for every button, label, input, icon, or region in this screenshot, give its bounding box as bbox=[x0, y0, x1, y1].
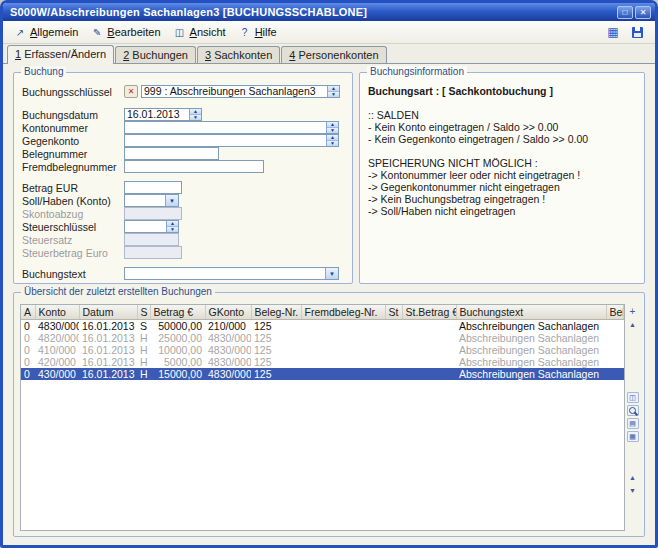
col-header-konto[interactable]: Konto bbox=[35, 305, 79, 319]
cell-betrag: 15000,00 bbox=[150, 368, 205, 380]
kontonummer-combo[interactable]: ▲▼ bbox=[124, 121, 339, 134]
cell-beleg2 bbox=[606, 344, 624, 356]
maximize-button[interactable]: □ bbox=[617, 6, 633, 19]
spinner[interactable]: ▲▼ bbox=[189, 109, 201, 120]
cell-datum: 16.01.2013 bbox=[79, 319, 137, 332]
tab-personenkonten[interactable]: 4 Personenkonten bbox=[281, 46, 386, 63]
menu-allgemein[interactable]: ↗ Allgemein bbox=[9, 24, 86, 40]
tab-strip: 1 Erfassen/Ändern 2 Buchungen 3 Sachkont… bbox=[3, 44, 655, 64]
info-line: -> Kontonummer leer oder nicht eingetrag… bbox=[368, 169, 636, 181]
cell-beleg: 125 bbox=[251, 344, 301, 356]
scroll-up-icon[interactable]: ▲ bbox=[627, 472, 639, 483]
col-header-gkonto[interactable]: GKonto bbox=[205, 305, 251, 319]
tab-sachkonten[interactable]: 3 Sachkonten bbox=[197, 46, 280, 63]
cell-stbetrag bbox=[402, 344, 456, 356]
cell-st bbox=[385, 356, 402, 368]
buchungsschluessel-combo[interactable]: 999 : Abschreibungen Sachanlagen3 ▲▼ bbox=[141, 85, 340, 98]
clear-icon[interactable]: ✕ bbox=[124, 85, 138, 98]
tab-erfassen-aendern[interactable]: 1 Erfassen/Ändern bbox=[7, 45, 114, 64]
cell-s: S bbox=[137, 319, 150, 332]
table-row[interactable]: 0420/00016.01.2013H5000,004830/000125Abs… bbox=[21, 356, 624, 368]
cell-text: Abschreibungen Sachanlagen bbox=[456, 344, 606, 356]
menu-bearbeiten[interactable]: ✎ Bearbeiten bbox=[86, 24, 168, 40]
col-header-st[interactable]: St bbox=[385, 305, 402, 319]
buchungstext-combo[interactable]: ▼ bbox=[124, 267, 339, 280]
table-row[interactable]: 0410/00016.01.2013H10000,004830/000125Ab… bbox=[21, 344, 624, 356]
bookings-group-title: Übersicht der zuletzt erstellten Buchung… bbox=[21, 286, 215, 297]
col-header-s[interactable]: S bbox=[137, 305, 150, 319]
info-line: Buchungsart : [ Sachkontobuchung ] bbox=[368, 85, 636, 97]
field-row-gegenkonto: Gegenkonto ▲▼ bbox=[22, 134, 344, 147]
table-row[interactable]: 0430/00016.01.2013H15000,004830/000125Ab… bbox=[21, 368, 624, 380]
field-row-buchungsdatum: Buchungsdatum 16.01.2013 ▲▼ bbox=[22, 108, 344, 121]
belegnummer-input[interactable] bbox=[124, 147, 219, 160]
col-header-buchungstext[interactable]: Buchungstext bbox=[456, 305, 606, 319]
menu-hilfe[interactable]: ? Hilfe bbox=[234, 24, 285, 40]
move-up-icon[interactable]: ▲ bbox=[627, 319, 639, 330]
col-header-st-betrag[interactable]: St.Betrag € bbox=[402, 305, 456, 319]
cell-gkonto: 210/000 bbox=[205, 319, 251, 332]
save-button[interactable] bbox=[629, 25, 645, 40]
gegenkonto-combo[interactable]: ▲▼ bbox=[124, 134, 339, 147]
info-line: - Kein Gegenkonto eingetragen / Saldo >>… bbox=[368, 133, 636, 145]
spin-down-icon: ▼ bbox=[327, 140, 338, 146]
bookings-table: A Konto Datum S Betrag € GKonto Beleg-Nr… bbox=[20, 304, 625, 531]
cell-text: Abschreibungen Sachanlagen bbox=[456, 319, 606, 332]
bookings-grid-button[interactable]: ▦ bbox=[605, 25, 621, 40]
field-row-buchungstext: Buchungstext ▼ bbox=[22, 267, 344, 280]
field-row-steuerbetrag: Steuerbetrag Euro bbox=[22, 246, 344, 259]
field-row-skontoabzug: Skontoabzug bbox=[22, 207, 344, 220]
cell-konto: 420/000 bbox=[35, 356, 79, 368]
col-header-a[interactable]: A bbox=[21, 305, 35, 319]
search-icon[interactable] bbox=[627, 405, 639, 416]
col-header-fremdbeleg-nr[interactable]: Fremdbeleg-Nr. bbox=[301, 305, 385, 319]
col-header-betrag[interactable]: Betrag € bbox=[150, 305, 205, 319]
col-header-beleg-nr2[interactable]: Beleg-Nr.2 bbox=[606, 305, 624, 319]
cell-beleg: 125 bbox=[251, 332, 301, 344]
spinner[interactable]: ▲▼ bbox=[326, 135, 338, 146]
window-title: S000W/Abschreibungen Sachanlagen3 [BUCHU… bbox=[10, 6, 615, 18]
steuerschluessel-field[interactable]: ▲▼ bbox=[124, 220, 179, 233]
spinner[interactable]: ▲▼ bbox=[166, 221, 178, 232]
help-icon: ? bbox=[239, 27, 251, 38]
spinner[interactable]: ▲▼ bbox=[327, 86, 339, 97]
cell-gkonto: 4830/000 bbox=[205, 332, 251, 344]
menu-ansicht[interactable]: ◫ Ansicht bbox=[169, 24, 234, 40]
tab-buchungen[interactable]: 2 Buchungen bbox=[115, 46, 196, 63]
table-row[interactable]: 04820/00016.01.2013H25000,004830/000125A… bbox=[21, 332, 624, 344]
booking-group-title: Buchung bbox=[21, 66, 66, 77]
info-line bbox=[368, 97, 636, 109]
save-disk-icon bbox=[632, 27, 643, 38]
booking-groupbox: Buchung Buchungsschlüssel ✕ 999 : Abschr… bbox=[13, 72, 353, 284]
view-window-icon: ◫ bbox=[174, 27, 186, 38]
table-row[interactable]: 04830/00016.01.2013S50000,00210/000125Ab… bbox=[21, 319, 624, 332]
cell-konto: 430/000 bbox=[35, 368, 79, 380]
content-area: Buchung Buchungsschlüssel ✕ 999 : Abschr… bbox=[3, 64, 655, 545]
cell-a: 0 bbox=[21, 356, 35, 368]
chevron-down-icon[interactable]: ▼ bbox=[165, 195, 178, 206]
add-row-icon[interactable]: + bbox=[627, 306, 639, 317]
table-side-toolbar: + ▲ ◫ ▤ ▦ ▲ ▼ bbox=[625, 304, 640, 531]
skontoabzug-input bbox=[124, 207, 182, 220]
spinner[interactable]: ▲▼ bbox=[326, 122, 338, 133]
grid-view-icon[interactable]: ▦ bbox=[627, 431, 639, 442]
col-header-datum[interactable]: Datum bbox=[79, 305, 137, 319]
window-icon[interactable]: ◫ bbox=[627, 392, 639, 403]
betrag-input[interactable] bbox=[124, 181, 182, 194]
bookings-table-body: 04830/00016.01.2013S50000,00210/000125Ab… bbox=[21, 319, 624, 380]
cell-s: H bbox=[137, 344, 150, 356]
info-line bbox=[368, 145, 636, 157]
close-button[interactable]: ✕ bbox=[635, 6, 651, 19]
chevron-down-icon[interactable]: ▼ bbox=[325, 268, 338, 279]
scroll-down-icon[interactable]: ▼ bbox=[627, 485, 639, 496]
soll-haben-combo[interactable]: ▼ bbox=[124, 194, 179, 207]
buchungsdatum-field[interactable]: 16.01.2013 ▲▼ bbox=[124, 108, 202, 121]
edit-pencil-icon: ✎ bbox=[91, 27, 103, 38]
cell-beleg2 bbox=[606, 332, 624, 344]
col-header-beleg-nr[interactable]: Beleg-Nr. bbox=[251, 305, 301, 319]
cell-s: H bbox=[137, 368, 150, 380]
fremdbelegnummer-input[interactable] bbox=[124, 160, 264, 173]
cell-a: 0 bbox=[21, 368, 35, 380]
menu-bearbeiten-label: Bearbeiten bbox=[107, 26, 160, 38]
list-view-icon[interactable]: ▤ bbox=[627, 418, 639, 429]
